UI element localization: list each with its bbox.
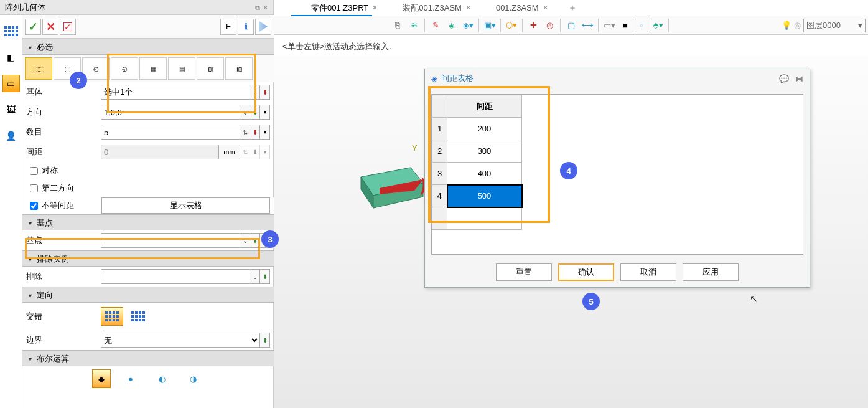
section-base-point[interactable]: 基点 — [22, 214, 274, 230]
section-orient[interactable]: 定向 — [22, 287, 274, 303]
second-dir-label: 第二方向 — [42, 183, 74, 194]
wedge-button[interactable] — [255, 19, 271, 35]
stagger-opt2-icon[interactable] — [127, 307, 149, 326]
tab-2[interactable]: 001.Z3ASM✕ — [483, 1, 561, 16]
count-dropdown-icon[interactable]: ▾ — [260, 125, 270, 140]
basepoint-expand-icon[interactable]: ⌄ — [240, 233, 250, 248]
cancel-button[interactable]: ✕ — [42, 19, 58, 35]
vt-cube2-icon[interactable]: ◈▾ — [461, 19, 475, 32]
boundary-pick-icon[interactable]: ⬇ — [260, 333, 270, 348]
basepoint-input[interactable] — [101, 233, 240, 248]
bool-opt4-icon[interactable]: ◑ — [182, 369, 204, 388]
direction-pick-icon[interactable]: ⬇ — [250, 105, 260, 120]
basepoint-pick-icon[interactable]: ⬇ — [250, 233, 260, 248]
vt-box-icon[interactable]: ▢ — [564, 19, 578, 32]
boundary-select[interactable]: 无 — [101, 333, 260, 348]
vt-poly-icon[interactable]: ⬡▾ — [505, 19, 518, 32]
section-boolean[interactable]: 布尔运算 — [22, 350, 274, 366]
vt-export-icon[interactable]: ⎘ — [391, 19, 404, 32]
pattern-linear-icon[interactable]: ⬚⬚ — [25, 57, 52, 80]
dialog-close-icon[interactable]: ⧓ — [795, 74, 803, 83]
table-cell[interactable]: 400 — [447, 163, 522, 185]
vt-cube1-icon[interactable]: ◈ — [445, 19, 459, 32]
vt-dim-icon[interactable]: ⟷ — [581, 19, 594, 32]
pattern-type-7-icon[interactable]: ▧ — [197, 57, 224, 80]
vt-target2-icon[interactable]: ◎ — [794, 21, 801, 30]
pattern-type-5-icon[interactable]: ▦ — [139, 57, 167, 80]
tab-1[interactable]: 装配001.Z3ASM✕ — [390, 1, 483, 16]
base-entity-input[interactable] — [101, 85, 250, 100]
vt-sky-icon[interactable]: ▫ — [635, 19, 648, 32]
tab-close-icon[interactable]: ✕ — [465, 4, 471, 12]
vt-screen-icon[interactable]: ▭▾ — [602, 19, 616, 32]
symmetric-checkbox[interactable] — [30, 167, 38, 175]
layer-select[interactable]: 图层0000▾ — [803, 19, 866, 32]
vt-axis-icon[interactable]: ✚ — [526, 19, 540, 32]
stagger-opt1-icon[interactable] — [101, 307, 123, 326]
direction-label: 方向 — [26, 107, 101, 118]
base-entity-pick-icon[interactable]: ⬇ — [260, 85, 270, 100]
vt-cube3-icon[interactable]: ▣▾ — [483, 19, 497, 32]
vt-black-icon[interactable]: ■ — [618, 19, 632, 32]
reset-button[interactable]: 重置 — [496, 263, 552, 281]
ok-dialog-button[interactable]: 确认 — [558, 263, 614, 281]
cancel-dialog-button[interactable]: 取消 — [620, 263, 676, 281]
active-tab-underline — [291, 15, 372, 16]
vt-bulb-icon[interactable]: 💡 — [782, 21, 791, 30]
vt-planes-icon[interactable]: ⬘▾ — [651, 19, 665, 32]
direction-expand-icon[interactable]: ⌄ — [240, 105, 250, 120]
bool-opt3-icon[interactable]: ◐ — [151, 369, 173, 388]
count-pick-icon[interactable]: ⬇ — [250, 125, 260, 140]
bool-opt1-icon[interactable]: ◆ — [92, 369, 111, 388]
section-required[interactable]: 必选 — [22, 39, 274, 55]
count-spinner-icon[interactable]: ⇅ — [240, 125, 250, 140]
badge-3: 3 — [261, 230, 279, 248]
dialog-msg-icon[interactable]: 💬 — [779, 74, 789, 83]
bool-opt2-icon[interactable]: ● — [119, 369, 142, 388]
pattern-type-6-icon[interactable]: ▤ — [168, 57, 195, 80]
vt-target-icon[interactable]: ◎ — [543, 19, 556, 32]
badge-2: 2 — [70, 72, 87, 89]
apply-dialog-button[interactable]: 应用 — [683, 263, 739, 281]
ok-button[interactable]: ✓ — [25, 19, 41, 35]
apply-check-button[interactable]: ✓ — [60, 19, 76, 35]
vt-layers-icon[interactable]: ≋ — [407, 19, 421, 32]
rail-grid-icon[interactable] — [2, 22, 20, 40]
table-cell[interactable]: 300 — [447, 140, 522, 163]
pattern-type-8-icon[interactable]: ▨ — [225, 57, 253, 80]
spacing-dialog: ◈ 间距表格 💬 ⧓ 间距 1200 2300 3400 4500 — [424, 69, 810, 288]
table-corner — [432, 95, 447, 118]
unequal-spacing-checkbox[interactable] — [30, 202, 38, 210]
direction-dropdown-icon[interactable]: ▾ — [260, 105, 270, 120]
svg-text:Y: Y — [412, 143, 418, 153]
count-input[interactable] — [101, 125, 240, 140]
direction-input[interactable] — [101, 105, 240, 120]
pattern-type-4-icon[interactable]: ◵ — [111, 57, 138, 80]
f-button[interactable]: F — [220, 19, 236, 35]
exclude-input[interactable] — [101, 269, 250, 284]
close-panel-icon[interactable]: ✕ — [263, 0, 268, 15]
exclude-pick-icon[interactable]: ⬇ — [260, 269, 270, 284]
dialog-title: 间距表格 — [441, 73, 474, 84]
collapse-icon[interactable]: ⧉ — [255, 0, 260, 15]
exclude-label: 排除 — [26, 271, 101, 282]
rail-user-icon[interactable]: 👤 — [2, 127, 20, 145]
tab-0[interactable]: 零件001.Z3PRT✕ — [299, 1, 390, 16]
rail-image-icon[interactable]: 🖼 — [2, 101, 20, 118]
info-button[interactable]: ℹ — [238, 19, 254, 35]
base-entity-expand-icon[interactable]: ⌄ — [250, 85, 260, 100]
tab-close-icon[interactable]: ✕ — [372, 4, 378, 12]
table-cell[interactable]: 500 — [447, 185, 522, 207]
viewport[interactable]: Y ◈ 间距表格 💬 ⧓ 间距 — [274, 56, 868, 408]
base-entity-label: 基体 — [26, 87, 101, 98]
table-cell[interactable]: 200 — [447, 118, 522, 140]
second-dir-checkbox[interactable] — [30, 184, 38, 192]
section-exclude[interactable]: 排除实例 — [22, 250, 274, 267]
exclude-expand-icon[interactable]: ⌄ — [250, 269, 260, 284]
vt-wand-icon[interactable]: ✎ — [429, 19, 442, 32]
tab-close-icon[interactable]: ✕ — [543, 4, 548, 12]
show-table-button[interactable]: 显示表格 — [101, 197, 270, 214]
tab-add-button[interactable]: ＋ — [561, 2, 584, 14]
rail-cube-icon[interactable]: ◧ — [2, 49, 20, 66]
rail-box-icon[interactable]: ▭ — [2, 75, 20, 92]
